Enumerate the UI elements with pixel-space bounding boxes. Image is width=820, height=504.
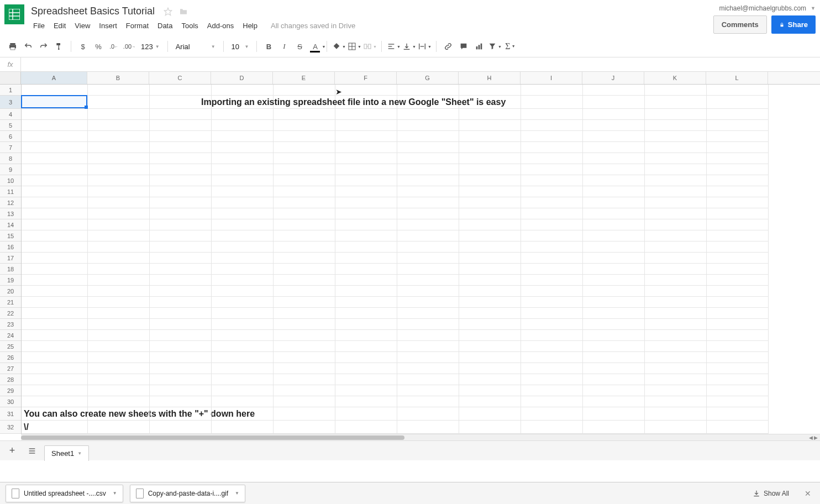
cell-D8[interactable] xyxy=(212,153,274,164)
cell-H20[interactable] xyxy=(459,286,521,297)
cell-B10[interactable] xyxy=(88,175,150,186)
cell-A27[interactable] xyxy=(22,363,88,374)
cell-C5[interactable] xyxy=(150,120,212,131)
cell-D23[interactable] xyxy=(212,319,274,330)
cell-D26[interactable] xyxy=(212,352,274,363)
cell-H7[interactable] xyxy=(459,142,521,153)
menu-addons[interactable]: Add-ons xyxy=(203,19,238,32)
cell-B6[interactable] xyxy=(88,131,150,142)
cell-K9[interactable] xyxy=(645,164,707,175)
cell-H11[interactable] xyxy=(459,186,521,197)
cell-L31[interactable] xyxy=(707,407,769,421)
cell-F24[interactable] xyxy=(335,330,397,341)
star-icon[interactable] xyxy=(164,7,172,16)
cell-B29[interactable] xyxy=(88,385,150,396)
cell-G26[interactable] xyxy=(397,352,459,363)
col-header-C[interactable]: C xyxy=(149,72,211,84)
cell-E15[interactable] xyxy=(274,230,335,242)
cell-D6[interactable] xyxy=(212,131,274,142)
row-header-19[interactable]: 19 xyxy=(0,275,21,286)
cell-A14[interactable] xyxy=(22,219,88,230)
download-item-1[interactable]: Untitled spreadsheet -....csv ▼ xyxy=(6,485,123,502)
sheet-tab-sheet1[interactable]: Sheet1 ▼ xyxy=(44,445,89,461)
cell-A18[interactable] xyxy=(22,264,88,275)
cell-E1[interactable] xyxy=(274,85,335,96)
cell-F5[interactable] xyxy=(335,120,397,131)
cell-B16[interactable] xyxy=(88,242,150,253)
cell-K17[interactable] xyxy=(645,253,707,264)
cell-C21[interactable] xyxy=(150,297,212,308)
cell-G22[interactable] xyxy=(397,308,459,319)
merge-cells-icon[interactable]: ▼ xyxy=(362,39,377,54)
cell-E14[interactable] xyxy=(274,219,335,230)
cell-K15[interactable] xyxy=(645,230,707,242)
cell-D21[interactable] xyxy=(212,297,274,308)
cell-F14[interactable] xyxy=(335,219,397,230)
cell-A11[interactable] xyxy=(22,186,88,197)
cell-K5[interactable] xyxy=(645,120,707,131)
cell-J27[interactable] xyxy=(583,363,645,374)
cell-G18[interactable] xyxy=(397,264,459,275)
horizontal-scrollbar[interactable]: ◀▶ xyxy=(21,434,820,440)
cell-G29[interactable] xyxy=(397,385,459,396)
col-header-E[interactable]: E xyxy=(273,72,335,84)
cell-G1[interactable] xyxy=(397,85,459,96)
cell-E32[interactable] xyxy=(274,421,335,434)
cell-H25[interactable] xyxy=(459,341,521,352)
cell-I20[interactable] xyxy=(521,286,583,297)
row-header-3[interactable]: 3 xyxy=(0,96,21,109)
download-menu-icon[interactable]: ▼ xyxy=(113,491,117,496)
cell-I22[interactable] xyxy=(521,308,583,319)
cell-D29[interactable] xyxy=(212,385,274,396)
cell-B5[interactable] xyxy=(88,120,150,131)
more-formats[interactable]: 123▼ xyxy=(138,39,163,54)
cell-B28[interactable] xyxy=(88,374,150,385)
cell-K7[interactable] xyxy=(645,142,707,153)
cell-E21[interactable] xyxy=(274,297,335,308)
cell-E19[interactable] xyxy=(274,275,335,286)
cell-J5[interactable] xyxy=(583,120,645,131)
cell-L28[interactable] xyxy=(707,374,769,385)
row-header-9[interactable]: 9 xyxy=(0,164,21,175)
cell-C7[interactable] xyxy=(150,142,212,153)
cell-J20[interactable] xyxy=(583,286,645,297)
cell-G28[interactable] xyxy=(397,374,459,385)
cell-H26[interactable] xyxy=(459,352,521,363)
cell-C23[interactable] xyxy=(150,319,212,330)
redo-icon[interactable] xyxy=(36,39,51,54)
cell-A3[interactable]: Importing an existing spreadsheet file i… xyxy=(22,96,88,109)
cell-H22[interactable] xyxy=(459,308,521,319)
row-header-32[interactable]: 32 xyxy=(0,421,21,434)
menu-insert[interactable]: Insert xyxy=(94,19,122,32)
cell-A12[interactable] xyxy=(22,197,88,208)
cell-F9[interactable] xyxy=(335,164,397,175)
cell-B27[interactable] xyxy=(88,363,150,374)
cell-I1[interactable] xyxy=(521,85,583,96)
cell-B24[interactable] xyxy=(88,330,150,341)
paint-format-icon[interactable] xyxy=(52,39,66,54)
cell-F7[interactable] xyxy=(335,142,397,153)
cell-K20[interactable] xyxy=(645,286,707,297)
cell-F16[interactable] xyxy=(335,242,397,253)
functions-icon[interactable]: Σ▼ xyxy=(503,39,517,54)
cell-I24[interactable] xyxy=(521,330,583,341)
cell-D27[interactable] xyxy=(212,363,274,374)
cell-K21[interactable] xyxy=(645,297,707,308)
col-header-L[interactable]: L xyxy=(706,72,768,84)
cell-J3[interactable] xyxy=(583,96,645,109)
cell-I14[interactable] xyxy=(521,219,583,230)
cell-A10[interactable] xyxy=(22,175,88,186)
cell-D20[interactable] xyxy=(212,286,274,297)
cell-B8[interactable] xyxy=(88,153,150,164)
cell-C6[interactable] xyxy=(150,131,212,142)
cell-L5[interactable] xyxy=(707,120,769,131)
cell-F31[interactable] xyxy=(335,407,397,421)
cell-H5[interactable] xyxy=(459,120,521,131)
cell-B22[interactable] xyxy=(88,308,150,319)
menu-edit[interactable]: Edit xyxy=(49,19,70,32)
cell-D17[interactable] xyxy=(212,253,274,264)
cell-B12[interactable] xyxy=(88,197,150,208)
cell-I18[interactable] xyxy=(521,264,583,275)
cell-J30[interactable] xyxy=(583,396,645,407)
cell-E26[interactable] xyxy=(274,352,335,363)
